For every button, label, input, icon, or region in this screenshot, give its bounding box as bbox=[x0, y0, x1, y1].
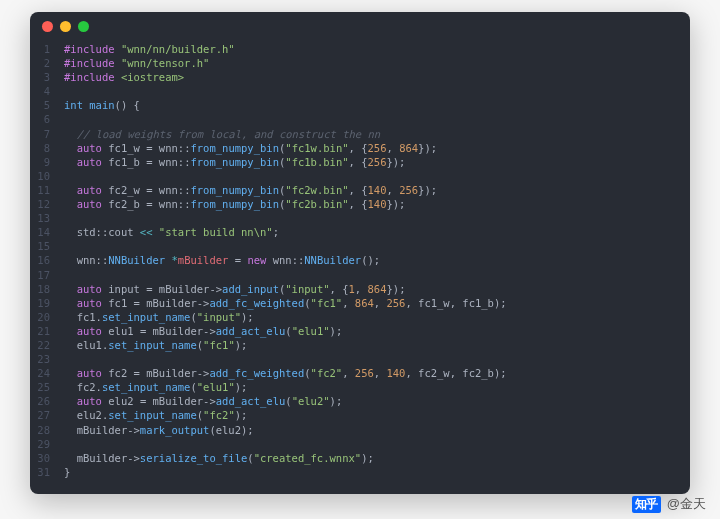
code-area[interactable]: 1#include "wnn/nn/builder.h"2#include "w… bbox=[30, 40, 690, 487]
line-number: 19 bbox=[30, 296, 64, 310]
code-content: mBuilder->mark_output(elu2); bbox=[64, 423, 690, 437]
code-content: auto fc2_b = wnn::from_numpy_bin("fc2b.b… bbox=[64, 197, 690, 211]
code-line[interactable]: 15 bbox=[30, 239, 690, 253]
line-number: 15 bbox=[30, 239, 64, 253]
code-content: std::cout << "start build nn\n"; bbox=[64, 225, 690, 239]
code-line[interactable]: 8 auto fc1_w = wnn::from_numpy_bin("fc1w… bbox=[30, 141, 690, 155]
line-number: 14 bbox=[30, 225, 64, 239]
code-line[interactable]: 4 bbox=[30, 84, 690, 98]
zhihu-logo: 知乎 bbox=[632, 496, 661, 513]
line-number: 30 bbox=[30, 451, 64, 465]
line-number: 11 bbox=[30, 183, 64, 197]
code-line[interactable]: 16 wnn::NNBuilder *mBuilder = new wnn::N… bbox=[30, 253, 690, 267]
code-content: #include <iostream> bbox=[64, 70, 690, 84]
code-line[interactable]: 13 bbox=[30, 211, 690, 225]
line-number: 21 bbox=[30, 324, 64, 338]
code-line[interactable]: 1#include "wnn/nn/builder.h" bbox=[30, 42, 690, 56]
code-line[interactable]: 27 elu2.set_input_name("fc2"); bbox=[30, 408, 690, 422]
code-line[interactable]: 20 fc1.set_input_name("input"); bbox=[30, 310, 690, 324]
code-content bbox=[64, 352, 690, 366]
code-line[interactable]: 29 bbox=[30, 437, 690, 451]
line-number: 13 bbox=[30, 211, 64, 225]
code-line[interactable]: 17 bbox=[30, 268, 690, 282]
line-number: 17 bbox=[30, 268, 64, 282]
code-line[interactable]: 19 auto fc1 = mBuilder->add_fc_weighted(… bbox=[30, 296, 690, 310]
code-content bbox=[64, 112, 690, 126]
line-number: 18 bbox=[30, 282, 64, 296]
code-content: auto elu1 = mBuilder->add_act_elu("elu1"… bbox=[64, 324, 690, 338]
code-line[interactable]: 12 auto fc2_b = wnn::from_numpy_bin("fc2… bbox=[30, 197, 690, 211]
line-number: 5 bbox=[30, 98, 64, 112]
code-content bbox=[64, 239, 690, 253]
author-handle: @金天 bbox=[667, 495, 706, 513]
line-number: 27 bbox=[30, 408, 64, 422]
zoom-icon[interactable] bbox=[78, 21, 89, 32]
line-number: 16 bbox=[30, 253, 64, 267]
line-number: 12 bbox=[30, 197, 64, 211]
close-icon[interactable] bbox=[42, 21, 53, 32]
code-content bbox=[64, 211, 690, 225]
code-line[interactable]: 30 mBuilder->serialize_to_file("created_… bbox=[30, 451, 690, 465]
code-line[interactable]: 23 bbox=[30, 352, 690, 366]
code-line[interactable]: 9 auto fc1_b = wnn::from_numpy_bin("fc1b… bbox=[30, 155, 690, 169]
code-content: #include "wnn/nn/builder.h" bbox=[64, 42, 690, 56]
code-content: auto fc1 = mBuilder->add_fc_weighted("fc… bbox=[64, 296, 690, 310]
code-line[interactable]: 10 bbox=[30, 169, 690, 183]
attribution: 知乎 @金天 bbox=[632, 495, 706, 513]
code-line[interactable]: 18 auto input = mBuilder->add_input("inp… bbox=[30, 282, 690, 296]
line-number: 23 bbox=[30, 352, 64, 366]
code-line[interactable]: 2#include "wnn/tensor.h" bbox=[30, 56, 690, 70]
code-line[interactable]: 3#include <iostream> bbox=[30, 70, 690, 84]
code-content: int main() { bbox=[64, 98, 690, 112]
code-line[interactable]: 25 fc2.set_input_name("elu1"); bbox=[30, 380, 690, 394]
line-number: 4 bbox=[30, 84, 64, 98]
code-line[interactable]: 21 auto elu1 = mBuilder->add_act_elu("el… bbox=[30, 324, 690, 338]
code-line[interactable]: 26 auto elu2 = mBuilder->add_act_elu("el… bbox=[30, 394, 690, 408]
code-line[interactable]: 31} bbox=[30, 465, 690, 479]
code-line[interactable]: 7 // load weights from local, and constr… bbox=[30, 127, 690, 141]
code-content: auto fc2 = mBuilder->add_fc_weighted("fc… bbox=[64, 366, 690, 380]
code-content bbox=[64, 169, 690, 183]
code-line[interactable]: 6 bbox=[30, 112, 690, 126]
line-number: 20 bbox=[30, 310, 64, 324]
minimize-icon[interactable] bbox=[60, 21, 71, 32]
code-content: } bbox=[64, 465, 690, 479]
line-number: 26 bbox=[30, 394, 64, 408]
code-content bbox=[64, 268, 690, 282]
code-content: auto fc2_w = wnn::from_numpy_bin("fc2w.b… bbox=[64, 183, 690, 197]
line-number: 24 bbox=[30, 366, 64, 380]
code-content: elu2.set_input_name("fc2"); bbox=[64, 408, 690, 422]
editor-window: 1#include "wnn/nn/builder.h"2#include "w… bbox=[30, 12, 690, 494]
line-number: 7 bbox=[30, 127, 64, 141]
line-number: 3 bbox=[30, 70, 64, 84]
code-content: wnn::NNBuilder *mBuilder = new wnn::NNBu… bbox=[64, 253, 690, 267]
code-line[interactable]: 28 mBuilder->mark_output(elu2); bbox=[30, 423, 690, 437]
code-content bbox=[64, 84, 690, 98]
code-line[interactable]: 24 auto fc2 = mBuilder->add_fc_weighted(… bbox=[30, 366, 690, 380]
line-number: 22 bbox=[30, 338, 64, 352]
line-number: 25 bbox=[30, 380, 64, 394]
line-number: 10 bbox=[30, 169, 64, 183]
code-content: auto fc1_w = wnn::from_numpy_bin("fc1w.b… bbox=[64, 141, 690, 155]
code-content: elu1.set_input_name("fc1"); bbox=[64, 338, 690, 352]
titlebar bbox=[30, 12, 690, 40]
line-number: 6 bbox=[30, 112, 64, 126]
code-line[interactable]: 5int main() { bbox=[30, 98, 690, 112]
code-line[interactable]: 22 elu1.set_input_name("fc1"); bbox=[30, 338, 690, 352]
code-line[interactable]: 11 auto fc2_w = wnn::from_numpy_bin("fc2… bbox=[30, 183, 690, 197]
code-content: fc1.set_input_name("input"); bbox=[64, 310, 690, 324]
code-content: #include "wnn/tensor.h" bbox=[64, 56, 690, 70]
code-content: auto elu2 = mBuilder->add_act_elu("elu2"… bbox=[64, 394, 690, 408]
line-number: 31 bbox=[30, 465, 64, 479]
code-content: // load weights from local, and construc… bbox=[64, 127, 690, 141]
code-content: mBuilder->serialize_to_file("created_fc.… bbox=[64, 451, 690, 465]
code-line[interactable]: 14 std::cout << "start build nn\n"; bbox=[30, 225, 690, 239]
line-number: 2 bbox=[30, 56, 64, 70]
code-content: auto fc1_b = wnn::from_numpy_bin("fc1b.b… bbox=[64, 155, 690, 169]
line-number: 28 bbox=[30, 423, 64, 437]
code-content bbox=[64, 437, 690, 451]
line-number: 8 bbox=[30, 141, 64, 155]
code-content: fc2.set_input_name("elu1"); bbox=[64, 380, 690, 394]
line-number: 1 bbox=[30, 42, 64, 56]
code-content: auto input = mBuilder->add_input("input"… bbox=[64, 282, 690, 296]
